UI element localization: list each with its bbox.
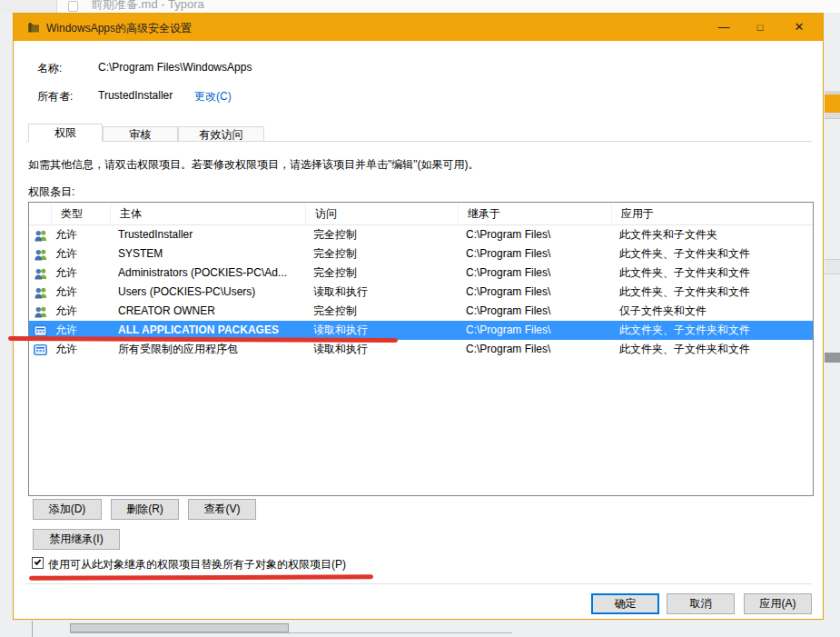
column-header[interactable]: 主体 (111, 203, 306, 224)
row-type: 允许 (52, 264, 111, 283)
row-applies-to: 此文件夹、子文件夹和文件 (612, 340, 814, 359)
row-type: 允许 (52, 302, 111, 321)
users-icon (29, 225, 52, 244)
replace-child-permissions-checkbox[interactable] (32, 557, 44, 569)
minimize-icon[interactable]: — (712, 14, 736, 41)
table-row[interactable]: 允许 SYSTEM 完全控制 C:\Program Files\ 此文件夹、子文… (29, 244, 813, 264)
permission-entries-label: 权限条目: (28, 184, 74, 200)
table-row[interactable]: 允许 CREATOR OWNER 完全控制 C:\Program Files\ … (29, 302, 813, 321)
row-inherited-from: C:\Program Files\ (459, 225, 612, 244)
name-value: C:\Program Files\WindowsApps (98, 61, 252, 74)
disable-inheritance-button[interactable]: 禁用继承(I) (33, 529, 120, 550)
row-inherited-from: C:\Program Files\ (459, 340, 612, 359)
dialog-titlebar[interactable]: WindowsApps的高级安全设置 — □ ✕ (14, 14, 823, 41)
advanced-security-settings-dialog: WindowsApps的高级安全设置 — □ ✕ 名称: C:\Program … (13, 13, 824, 620)
column-header[interactable]: 访问 (306, 203, 459, 224)
replace-child-permissions-label[interactable]: 使用可从此对象继承的权限项目替换所有子对象的权限项目(P) (48, 557, 346, 572)
table-row[interactable]: 允许 Users (POCKIES-PC\Users) 读取和执行 C:\Pro… (29, 283, 813, 302)
tab-permissions[interactable]: 权限 (28, 124, 103, 142)
background-fragment (32, 621, 33, 637)
close-icon[interactable]: ✕ (787, 14, 811, 41)
row-applies-to: 此文件夹、子文件夹和文件 (612, 283, 814, 302)
background-fragment (70, 623, 289, 632)
row-principal: TrustedInstaller (111, 225, 306, 244)
row-principal: CREATOR OWNER (111, 302, 306, 321)
maximize-icon[interactable]: □ (748, 14, 772, 41)
tab-auditing[interactable]: 审核 (103, 126, 178, 142)
row-access: 完全控制 (306, 225, 459, 244)
bottom-separator (26, 583, 812, 584)
background-fragment (825, 113, 840, 119)
owner-change-link[interactable]: 更改(C) (194, 89, 232, 105)
users-icon (29, 264, 52, 283)
remove-button[interactable]: 删除(R) (111, 499, 179, 520)
checkmark-icon (35, 558, 42, 565)
background-window-strip: 前期准备.md - Typora (0, 0, 840, 13)
table-row[interactable]: 允许 TrustedInstaller 完全控制 C:\Program File… (29, 225, 813, 244)
row-inherited-from: C:\Program Files\ (459, 283, 612, 302)
users-icon (29, 283, 52, 302)
security-folder-icon[interactable] (27, 21, 40, 34)
background-orange-bar-fragment (825, 95, 840, 113)
row-applies-to: 此文件夹、子文件夹和文件 (612, 244, 814, 264)
row-principal: Users (POCKIES-PC\Users) (111, 283, 306, 302)
row-principal: SYSTEM (111, 244, 306, 264)
background-fragment (70, 632, 512, 633)
row-inherited-from: C:\Program Files\ (459, 244, 612, 264)
instruction-text: 如需其他信息，请双击权限项目。若要修改权限项目，请选择该项目并单击"编辑"(如果… (28, 157, 479, 173)
row-access: 读取和执行 (306, 283, 459, 302)
row-type: 允许 (52, 244, 111, 264)
background-fragment (825, 353, 840, 363)
row-type: 允许 (52, 225, 111, 244)
cancel-button[interactable]: 取消 (667, 593, 735, 614)
view-button[interactable]: 查看(V) (188, 499, 256, 520)
table-row[interactable]: 允许 所有受限制的应用程序包 读取和执行 C:\Program Files\ 此… (29, 340, 813, 359)
column-header[interactable]: 应用于 (612, 203, 814, 224)
dialog-title: WindowsApps的高级安全设置 (46, 21, 192, 36)
column-header-icon[interactable] (29, 203, 52, 224)
package-icon (29, 340, 52, 359)
owner-value: TrustedInstaller (98, 89, 173, 102)
tab-effective-access[interactable]: 有效访问 (178, 126, 264, 142)
row-inherited-from: C:\Program Files\ (459, 264, 612, 283)
users-icon (29, 244, 52, 264)
row-inherited-from: C:\Program Files\ (459, 321, 612, 340)
name-label: 名称: (37, 61, 62, 76)
ok-button[interactable]: 确定 (591, 593, 659, 614)
row-applies-to: 此文件夹、子文件夹和文件 (612, 264, 814, 283)
row-principal: 所有受限制的应用程序包 (111, 340, 306, 359)
row-access: 完全控制 (306, 302, 459, 321)
row-type: 允许 (52, 283, 111, 302)
apply-button[interactable]: 应用(A) (744, 593, 812, 614)
users-icon (29, 302, 52, 321)
row-access: 完全控制 (306, 244, 459, 264)
permission-table: 类型主体访问继承于应用于 允许 TrustedInstaller 完全控制 C:… (28, 202, 814, 496)
row-applies-to: 仅子文件夹和文件 (612, 302, 814, 321)
row-applies-to: 此文件夹、子文件夹和文件 (612, 321, 814, 340)
typora-title: 前期准备.md - Typora (91, 0, 204, 13)
column-header[interactable]: 类型 (52, 203, 111, 224)
typora-document-icon (68, 1, 78, 12)
owner-label: 所有者: (37, 89, 73, 105)
row-type: 允许 (52, 340, 111, 359)
typora-titlebar: 前期准备.md - Typora (56, 0, 840, 13)
row-inherited-from: C:\Program Files\ (459, 302, 612, 321)
column-header[interactable]: 继承于 (459, 203, 612, 224)
row-applies-to: 此文件夹和子文件夹 (612, 225, 814, 244)
table-row[interactable]: 允许 Administrators (POCKIES-PC\Ad... 完全控制… (29, 264, 813, 283)
permission-table-header: 类型主体访问继承于应用于 (29, 203, 813, 225)
add-button[interactable]: 添加(D) (33, 499, 102, 520)
row-access: 完全控制 (306, 264, 459, 283)
row-access: 读取和执行 (306, 340, 459, 359)
background-fragment (825, 259, 840, 274)
row-principal: Administrators (POCKIES-PC\Ad... (111, 264, 306, 283)
